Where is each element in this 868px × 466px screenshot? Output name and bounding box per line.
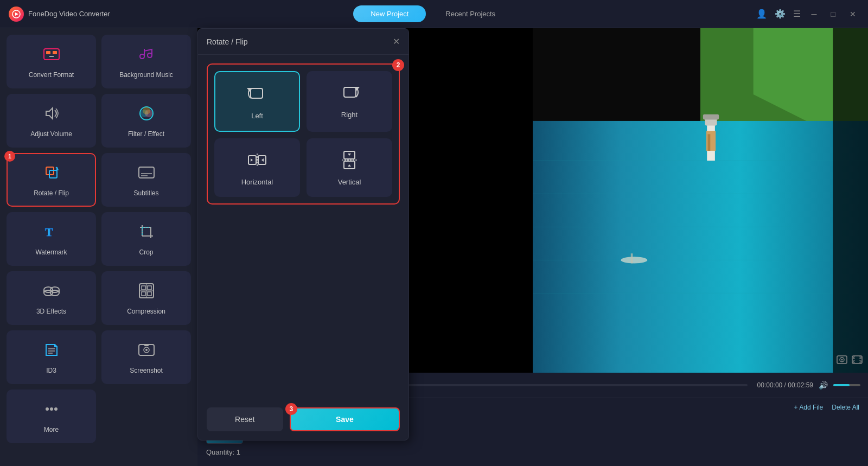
svg-point-42 <box>50 407 53 411</box>
flip-horizontal-label: Horizontal <box>241 178 273 186</box>
flip-vertical-label: Vertical <box>338 178 361 186</box>
video-right-half <box>533 28 868 373</box>
tool-compression[interactable]: Compression <box>101 271 191 325</box>
rotate-left-button[interactable]: Left <box>214 71 300 132</box>
id3-icon <box>42 340 61 362</box>
save-button[interactable]: 3 Save <box>290 407 400 431</box>
rotate-flip-icon <box>42 163 61 185</box>
screenshot-label: Screenshot <box>130 367 163 374</box>
background-music-icon <box>137 44 156 67</box>
tool-background-music[interactable]: Background Music <box>101 35 191 88</box>
tool-more[interactable]: More <box>7 390 96 443</box>
watermark-label: Watermark <box>35 248 67 256</box>
save-label: Save <box>336 415 354 424</box>
flip-vertical-button[interactable]: Vertical <box>307 138 392 197</box>
subtitles-icon <box>137 163 156 185</box>
svg-rect-3 <box>46 51 50 54</box>
svg-rect-17 <box>142 227 151 236</box>
id3-label: ID3 <box>46 367 56 374</box>
sidebar: Convert Format Background Music Adjust V… <box>0 28 197 466</box>
svg-rect-44 <box>251 88 263 98</box>
tool-3d-effects[interactable]: 3D Effects <box>7 271 96 325</box>
flip-horizontal-button[interactable]: Horizontal <box>214 138 300 197</box>
tool-screenshot[interactable]: Screenshot <box>101 330 191 384</box>
rotate-flip-badge: 1 <box>4 151 15 162</box>
app-logo <box>9 7 24 22</box>
rotate-right-icon <box>339 82 360 105</box>
tool-subtitles[interactable]: Subtitles <box>101 153 191 207</box>
recent-projects-tab[interactable]: Recent Projects <box>428 5 513 22</box>
convert-format-icon <box>42 44 61 67</box>
panel-content: 2 Left <box>198 55 409 399</box>
close-button[interactable]: ✕ <box>846 9 859 20</box>
time-display: 00:00:00 / 00:02:59 <box>757 381 813 389</box>
svg-point-72 <box>841 359 843 361</box>
screenshot-icon <box>137 340 156 362</box>
convert-format-label: Convert Format <box>29 71 74 79</box>
crop-icon <box>137 222 156 244</box>
rotate-left-label: Left <box>251 112 263 120</box>
tool-convert-format[interactable]: Convert Format <box>7 35 96 88</box>
flip-horizontal-icon <box>246 149 268 173</box>
tool-adjust-volume[interactable]: Adjust Volume <box>7 94 96 148</box>
new-project-tab[interactable]: New Project <box>353 5 426 22</box>
svg-rect-30 <box>142 292 145 296</box>
more-label: More <box>44 426 59 433</box>
maximize-button[interactable]: □ <box>828 9 839 20</box>
filter-effect-label: Filter / Effect <box>128 130 164 138</box>
title-bar-left: FoneDog Video Converter <box>9 7 110 22</box>
svg-rect-40 <box>144 344 149 346</box>
watermark-icon: T <box>42 222 61 244</box>
3d-effects-label: 3D Effects <box>36 308 66 315</box>
crop-label: Crop <box>139 248 153 256</box>
rotate-right-label: Right <box>341 111 358 119</box>
flip-vertical-icon <box>339 149 360 173</box>
tool-watermark[interactable]: T Watermark <box>7 212 96 266</box>
menu-icon[interactable]: ☰ <box>793 9 801 19</box>
panel-title: Rotate / Flip <box>207 37 247 46</box>
volume-icon: 🔊 <box>819 381 828 390</box>
rotate-left-icon <box>246 83 268 106</box>
adjust-volume-label: Adjust Volume <box>30 130 72 138</box>
delete-all-button[interactable]: Delete All <box>832 404 859 411</box>
subtitles-label: Subtitles <box>133 189 158 197</box>
svg-point-41 <box>46 407 49 411</box>
panel-header: Rotate / Flip ✕ <box>198 29 409 55</box>
background-music-label: Background Music <box>119 71 173 79</box>
svg-point-43 <box>54 407 58 411</box>
screenshot-video-btn[interactable] <box>837 354 847 367</box>
tool-filter-effect[interactable]: Filter / Effect <box>101 94 191 148</box>
svg-rect-45 <box>344 87 356 97</box>
tool-id3[interactable]: ID3 <box>7 330 96 384</box>
svg-marker-1 <box>15 12 18 16</box>
rotate-right-button[interactable]: Right <box>307 71 392 132</box>
filter-effect-icon <box>137 104 156 126</box>
panel-close-button[interactable]: ✕ <box>393 36 400 47</box>
svg-rect-4 <box>53 51 57 54</box>
user-icon[interactable]: 👤 <box>756 9 767 19</box>
volume-slider[interactable] <box>833 384 860 386</box>
svg-text:T: T <box>45 225 53 239</box>
tab-bar: New Project Recent Projects <box>353 5 513 22</box>
rotate-flip-label: Rotate / Flip <box>34 189 69 197</box>
main-layout: Convert Format Background Music Adjust V… <box>0 28 868 466</box>
save-badge: 3 <box>285 403 297 415</box>
settings-icon[interactable]: ⚙️ <box>775 9 786 19</box>
panel-footer: Reset 3 Save <box>198 399 409 440</box>
rotate-flip-panel: Rotate / Flip ✕ 2 Left <box>197 28 409 441</box>
svg-rect-62 <box>833 28 868 373</box>
adjust-volume-icon <box>42 104 61 126</box>
compression-label: Compression <box>127 308 165 315</box>
svg-rect-56 <box>533 121 868 373</box>
fullscreen-btn[interactable] <box>852 354 863 367</box>
tool-crop[interactable]: Crop <box>101 212 191 266</box>
minimize-button[interactable]: ─ <box>808 9 820 20</box>
svg-rect-69 <box>631 253 633 263</box>
svg-point-39 <box>145 349 148 351</box>
tool-rotate-flip[interactable]: 1 Rotate / Flip <box>7 153 96 207</box>
reset-button[interactable]: Reset <box>207 407 283 431</box>
svg-rect-67 <box>707 134 710 151</box>
add-file-button[interactable]: + Add File <box>794 404 824 411</box>
3d-effects-icon <box>42 281 61 303</box>
rotate-options-grid: 2 Left <box>207 63 400 205</box>
